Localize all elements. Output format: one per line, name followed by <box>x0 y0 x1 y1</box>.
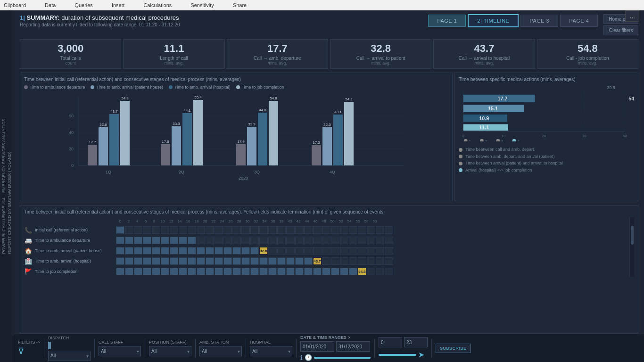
arrow-right-icon[interactable]: ➤ <box>418 350 424 359</box>
gantt-cell-r1-c23 <box>322 226 330 234</box>
gantt-cell-r1-c27 <box>358 226 366 234</box>
clock-icon[interactable]: 🕐 <box>305 354 312 361</box>
gantt-cell-r3-c23 <box>322 247 330 255</box>
tick-14: 14 <box>175 219 184 223</box>
tick-58: 58 <box>362 219 371 223</box>
date-from-input[interactable] <box>300 341 334 352</box>
svg-text:17.7: 17.7 <box>498 96 508 101</box>
svg-text:17.2: 17.2 <box>313 140 320 145</box>
dispatch-select-wrapper: All <box>48 351 91 361</box>
date-to-input[interactable] <box>336 341 370 352</box>
tab-page4[interactable]: PAGE 4 <box>560 15 598 27</box>
toolbar-insert[interactable]: Insert <box>112 2 125 8</box>
gantt-cell-r1-c13 <box>232 226 241 234</box>
gantt-scrollbar[interactable] <box>629 217 634 277</box>
svg-text:20: 20 <box>69 147 74 151</box>
svg-rect-20 <box>172 126 181 165</box>
tick-10: 10 <box>158 219 167 223</box>
gantt-cell-r4-c5 <box>161 257 169 265</box>
svg-text:54.8: 54.8 <box>121 96 129 100</box>
gantt-cell-r3-c15 <box>250 247 259 255</box>
svg-text:10: 10 <box>502 134 506 138</box>
filter-divider-2 <box>145 339 145 358</box>
svg-text:44.8: 44.8 <box>259 108 266 112</box>
gantt-cell-r3-c0 <box>116 247 124 255</box>
num-from-input[interactable] <box>379 337 402 347</box>
icon-hospital: 🏥 <box>24 258 33 265</box>
filter-funnel-icon[interactable]: ⊽ <box>18 346 24 356</box>
stat-label-0: Total calls <box>25 56 116 61</box>
toolbar-share[interactable]: Share <box>233 2 247 8</box>
left-chart-panel: Time between initial call (referential a… <box>20 73 453 201</box>
toolbar-sensitivity[interactable]: Sensitivity <box>190 2 214 8</box>
callstaff-select[interactable]: All <box>99 346 141 356</box>
gantt-cell-r5-c24 <box>331 268 339 275</box>
svg-rect-38 <box>322 127 332 165</box>
num-slider[interactable] <box>379 354 416 356</box>
gantt-cell-r3-c26 <box>349 247 357 255</box>
tick-48: 48 <box>320 219 328 223</box>
tick-12: 12 <box>167 219 175 223</box>
gantt-cell-r3-c12 <box>223 247 232 255</box>
clear-filters-button[interactable]: Clear filters <box>603 25 638 35</box>
gantt-cell-r2-c29 <box>376 237 384 244</box>
stat-value-0: 3,000 <box>25 42 116 55</box>
stat-value-3: 32.8 <box>335 42 426 55</box>
stat-arrival-hospital: 43.7 Call → arrival to hospital mins. av… <box>433 39 535 69</box>
num-to-input[interactable] <box>404 337 428 347</box>
toolbar-queries[interactable]: Queries <box>74 2 93 8</box>
legend-dot-1 <box>91 85 94 89</box>
gantt-container: 📞 Initial call (referential action) 🚐 Ti… <box>24 217 634 277</box>
date-slider[interactable] <box>314 357 371 359</box>
toolbar-data[interactable]: Data <box>45 2 56 8</box>
gantt-cell-r3-c9 <box>197 247 205 255</box>
position-select[interactable]: All <box>149 346 191 356</box>
gantt-cell-r3-c17 <box>268 247 277 255</box>
chart-legend: Time to ambulance departure Time to amb.… <box>24 85 448 90</box>
gantt-cell-r4-c4 <box>152 257 160 265</box>
tab-page1[interactable]: PAGE 1 <box>428 15 466 27</box>
gantt-cell-r2-c22 <box>313 237 322 244</box>
ambstation-select[interactable]: All <box>199 346 242 356</box>
legend-dot-0 <box>24 85 28 89</box>
gantt-row-label-3: 🏠 Time to amb. arrival (patient house) <box>24 246 116 256</box>
toolbar-calculations[interactable]: Calculations <box>143 2 172 8</box>
subscribe-button[interactable]: SUBSCRIBE <box>436 344 471 353</box>
tab-page2[interactable]: 2| TIMELINE <box>468 14 519 27</box>
position-select-wrapper: All <box>149 346 191 356</box>
stat-label-2: Call → amb. departure <box>232 56 323 61</box>
tick-2: 2 <box>124 219 133 223</box>
scroll-thumb[interactable] <box>631 226 634 245</box>
gantt-cell-r5-c0 <box>116 268 124 275</box>
gantt-cell-r1-c24 <box>331 226 339 234</box>
filter-hospital: HOSPITAL All <box>250 340 292 356</box>
hospital-select[interactable]: All <box>250 346 292 356</box>
info-icon[interactable]: ℹ <box>300 354 303 361</box>
gantt-label-1: Initial call (referential action) <box>35 228 88 232</box>
gantt-cell-r5-c4 <box>152 268 160 275</box>
svg-text:15.1: 15.1 <box>488 106 498 112</box>
gantt-cell-r3-c29 <box>376 247 384 255</box>
page-tabs: PAGE 1 2| TIMELINE PAGE 3 PAGE 4 <box>428 14 598 27</box>
svg-rect-11 <box>99 127 108 165</box>
gantt-cell-r5-c9 <box>197 268 205 275</box>
sidebar-text: POWER BI CHALLENGE #14 – EMERGENCY SERVI… <box>1 119 12 254</box>
date-icons-row: ℹ 🕐 <box>300 354 371 361</box>
header-right: PAGE 1 2| TIMELINE PAGE 3 PAGE 4 Home pa… <box>428 14 638 35</box>
gantt-cell-r4-c23 <box>322 257 330 265</box>
filter-bar: FILTERS -> ⊽ DISPATCH All CALL STAFF <box>14 334 644 362</box>
gantt-cell-r3-c2 <box>134 247 142 255</box>
gantt-cell-r5-c6 <box>170 268 178 275</box>
stat-sub-5: mins. avg. <box>542 61 633 66</box>
toolbar-clipboard[interactable]: Clipboard <box>4 2 26 8</box>
gantt-cell-r1-c0 <box>116 226 124 234</box>
stat-total-calls: 3,000 Total calls count <box>20 39 121 69</box>
dispatch-select[interactable]: All <box>48 351 91 361</box>
dots-menu[interactable]: ... <box>625 10 639 22</box>
tab-page3[interactable]: PAGE 3 <box>520 15 558 27</box>
stat-value-1: 11.1 <box>128 42 219 55</box>
tick-18: 18 <box>192 219 201 223</box>
title-num: 1| <box>20 14 25 21</box>
gantt-cell-r1-c25 <box>340 226 348 234</box>
stat-value-5: 54.8 <box>542 42 633 55</box>
